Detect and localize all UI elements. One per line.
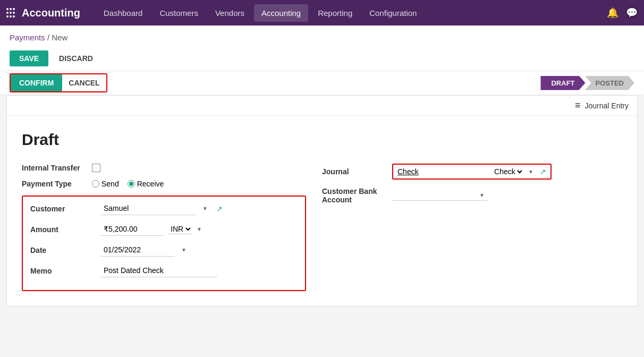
form-left: Internal Transfer Payment Type Send Rece… bbox=[22, 164, 322, 291]
chat-icon[interactable]: 💬 bbox=[626, 7, 638, 19]
memo-label: Memo bbox=[30, 267, 94, 275]
payment-type-label: Payment Type bbox=[22, 180, 86, 188]
customer-input[interactable] bbox=[100, 202, 196, 215]
form-container: ≡ Journal Entry Draft Internal Transfer … bbox=[6, 95, 638, 307]
app-title: Accounting bbox=[22, 7, 80, 19]
amount-fields: INR ▼ bbox=[100, 223, 202, 236]
date-dropdown-arrow: ▼ bbox=[181, 247, 187, 253]
form-grid: Internal Transfer Payment Type Send Rece… bbox=[22, 164, 622, 291]
customer-bank-select[interactable]: ▼ bbox=[392, 190, 488, 201]
journal-entry-label: Journal Entry bbox=[585, 101, 629, 110]
bank-account-dropdown-arrow: ▼ bbox=[479, 192, 485, 198]
amount-input[interactable] bbox=[100, 223, 164, 236]
top-icons: 🔔 💬 bbox=[607, 7, 638, 19]
form-toolbar: ≡ Journal Entry bbox=[7, 96, 637, 116]
nav-customers[interactable]: Customers bbox=[152, 4, 206, 22]
journal-select[interactable]: Check bbox=[492, 167, 524, 176]
cancel-button[interactable]: CANCEL bbox=[62, 74, 106, 91]
radio-receive[interactable]: Receive bbox=[128, 180, 164, 188]
breadcrumb-parent[interactable]: Payments bbox=[10, 33, 45, 42]
save-button[interactable]: SAVE bbox=[10, 50, 48, 66]
internal-transfer-label: Internal Transfer bbox=[22, 164, 86, 172]
hamburger-icon: ≡ bbox=[575, 100, 581, 111]
confirm-action-box: CONFIRM CANCEL bbox=[10, 73, 107, 92]
notification-icon[interactable]: 🔔 bbox=[607, 7, 618, 19]
payment-type-row: Payment Type Send Receive bbox=[22, 180, 306, 188]
discard-button[interactable]: DISCARD bbox=[53, 50, 99, 66]
form-right: Journal Check Check ▼ ↗ Customer Bank A bbox=[322, 164, 622, 291]
customer-bank-row: Customer Bank Account ▼ bbox=[322, 187, 606, 204]
radio-receive-label: Receive bbox=[137, 180, 164, 188]
date-input[interactable] bbox=[100, 243, 175, 257]
memo-row: Memo bbox=[30, 264, 298, 277]
payment-type-options: Send Receive bbox=[92, 180, 164, 188]
amount-label: Amount bbox=[30, 225, 94, 234]
date-row: Date ▼ bbox=[30, 243, 298, 257]
form-body: Draft Internal Transfer Payment Type Sen… bbox=[7, 116, 637, 306]
confirm-button[interactable]: CONFIRM bbox=[11, 74, 62, 91]
internal-transfer-row: Internal Transfer bbox=[22, 164, 306, 172]
radio-send-circle bbox=[92, 180, 99, 188]
breadcrumb-separator: / bbox=[47, 33, 52, 42]
radio-send[interactable]: Send bbox=[92, 180, 119, 188]
breadcrumb-current: New bbox=[52, 33, 67, 42]
journal-entry-button[interactable]: ≡ Journal Entry bbox=[575, 100, 629, 111]
status-draft[interactable]: DRAFT bbox=[540, 76, 585, 90]
nav-menu: Dashboard Customers Vendors Accounting R… bbox=[96, 4, 607, 22]
customer-fields-box: Customer ▼ ↗ Amount INR ▼ bbox=[22, 196, 306, 291]
top-navigation: Accounting Dashboard Customers Vendors A… bbox=[0, 0, 644, 26]
status-posted[interactable]: POSTED bbox=[585, 76, 634, 90]
app-grid-icon[interactable] bbox=[6, 8, 14, 18]
customer-external-link-icon[interactable]: ↗ bbox=[216, 205, 223, 213]
amount-row: Amount INR ▼ bbox=[30, 223, 298, 236]
journal-row: Journal Check Check ▼ ↗ bbox=[322, 164, 606, 180]
customer-label: Customer bbox=[30, 205, 94, 213]
status-bar: DRAFT POSTED bbox=[541, 76, 634, 90]
radio-send-label: Send bbox=[101, 180, 119, 188]
nav-vendors[interactable]: Vendors bbox=[208, 4, 252, 22]
date-label: Date bbox=[30, 246, 94, 254]
customer-bank-label: Customer Bank Account bbox=[322, 187, 386, 204]
draft-title: Draft bbox=[22, 131, 622, 149]
nav-configuration[interactable]: Configuration bbox=[362, 4, 424, 22]
breadcrumb: Payments / New bbox=[0, 26, 644, 46]
internal-transfer-checkbox[interactable] bbox=[92, 164, 100, 172]
journal-field-box: Check Check ▼ ↗ bbox=[392, 164, 552, 180]
nav-dashboard[interactable]: Dashboard bbox=[96, 4, 150, 22]
journal-dropdown-arrow: ▼ bbox=[528, 169, 533, 175]
memo-input[interactable] bbox=[100, 264, 217, 277]
currency-dropdown-arrow: ▼ bbox=[197, 226, 202, 232]
nav-accounting[interactable]: Accounting bbox=[254, 4, 308, 22]
save-toolbar: SAVE DISCARD bbox=[0, 46, 644, 71]
journal-value: Check bbox=[397, 167, 488, 176]
customer-dropdown-arrow: ▼ bbox=[202, 206, 208, 211]
nav-reporting[interactable]: Reporting bbox=[310, 4, 360, 22]
currency-select[interactable]: INR bbox=[168, 224, 192, 234]
radio-receive-circle bbox=[128, 180, 135, 188]
journal-external-link-icon[interactable]: ↗ bbox=[540, 167, 546, 176]
journal-label: Journal bbox=[322, 167, 386, 176]
customer-row: Customer ▼ ↗ bbox=[30, 202, 298, 215]
